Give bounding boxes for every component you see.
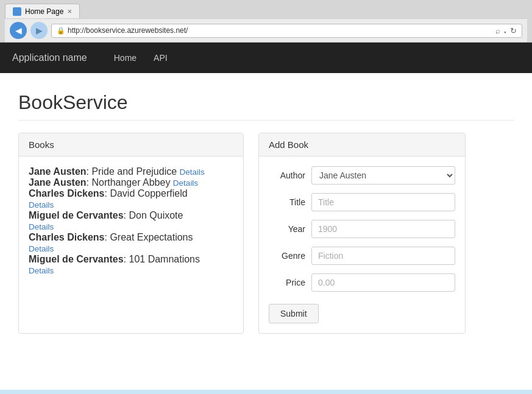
books-panel-body: Jane Austen: Pride and Prejudice Details… bbox=[19, 157, 243, 286]
genre-label: Genre bbox=[269, 251, 305, 261]
browser-chrome: Home Page × ◀ ▶ 🔒 http://bookservice.azu… bbox=[0, 0, 532, 43]
book-title: : 101 Damnations bbox=[124, 254, 200, 264]
nav-links: Home API bbox=[105, 44, 176, 72]
book-details-row: Details bbox=[29, 199, 233, 210]
add-book-panel-body: Author Jane AustenCharles DickensMiguel … bbox=[259, 157, 465, 333]
price-input[interactable] bbox=[311, 273, 455, 292]
book-details-link[interactable]: Details bbox=[29, 200, 54, 209]
browser-toolbar: ◀ ▶ 🔒 http://bookservice.azurewebsites.n… bbox=[5, 18, 527, 42]
book-title: : Great Expectations bbox=[105, 232, 193, 242]
book-title: : David Copperfield bbox=[105, 188, 188, 199]
book-entry: Charles Dickens: Great Expectations bbox=[29, 232, 233, 243]
book-title: : Pride and Prejudice bbox=[87, 166, 180, 177]
year-input[interactable] bbox=[311, 220, 455, 238]
add-book-panel: Add Book Author Jane AustenCharles Dicke… bbox=[258, 133, 466, 334]
book-author: Miguel de Cervantes bbox=[29, 254, 124, 264]
title-input[interactable] bbox=[311, 193, 455, 211]
book-details-link[interactable]: Details bbox=[173, 178, 198, 188]
book-details-link[interactable]: Details bbox=[29, 244, 54, 253]
book-details-link[interactable]: Details bbox=[29, 266, 54, 275]
add-book-panel-header: Add Book bbox=[259, 133, 465, 157]
book-details-row: Details bbox=[29, 221, 233, 232]
url-text: http://bookservice.azurewebsites.net/ bbox=[68, 26, 493, 35]
book-author: Charles Dickens bbox=[29, 232, 105, 242]
genre-row: Genre bbox=[269, 247, 455, 265]
author-label: Author bbox=[269, 171, 305, 180]
address-bar-icon: 🔒 bbox=[57, 27, 65, 35]
book-details-link[interactable]: Details bbox=[180, 167, 205, 177]
book-details-row: Details bbox=[29, 243, 233, 254]
price-label: Price bbox=[269, 278, 305, 287]
tab-close-icon[interactable]: × bbox=[67, 7, 72, 16]
book-author: Charles Dickens bbox=[29, 188, 105, 199]
browser-tab[interactable]: Home Page × bbox=[5, 4, 80, 18]
submit-button[interactable]: Submit bbox=[269, 304, 319, 323]
book-details-link[interactable]: Details bbox=[29, 222, 54, 231]
year-label: Year bbox=[269, 224, 305, 234]
tab-bar: Home Page × bbox=[5, 4, 527, 18]
books-panel: Books Jane Austen: Pride and Prejudice D… bbox=[18, 133, 244, 334]
title-label: Title bbox=[269, 197, 305, 207]
refresh-button[interactable]: ↻ bbox=[510, 26, 517, 35]
title-row: Title bbox=[269, 193, 455, 211]
app-navbar: Application name Home API bbox=[0, 43, 532, 73]
book-title: : Northanger Abbey bbox=[87, 177, 173, 188]
book-entry: Miguel de Cervantes: 101 Damnations bbox=[29, 254, 233, 265]
app-brand: Application name bbox=[12, 52, 87, 63]
back-button[interactable]: ◀ bbox=[10, 22, 27, 39]
nav-link-api[interactable]: API bbox=[145, 44, 176, 72]
search-dropdown-button[interactable]: ⌕ ▾ bbox=[495, 26, 508, 35]
book-entry: Jane Austen: Northanger Abbey Details bbox=[29, 177, 233, 188]
price-row: Price bbox=[269, 273, 455, 292]
nav-link-home[interactable]: Home bbox=[105, 44, 145, 72]
tab-label: Home Page bbox=[25, 7, 63, 16]
book-title: : Don Quixote bbox=[124, 210, 183, 220]
book-entry: Charles Dickens: David Copperfield bbox=[29, 188, 233, 199]
book-author: Jane Austen bbox=[29, 166, 87, 177]
page-content: BookService Books Jane Austen: Pride and… bbox=[0, 73, 532, 390]
forward-button[interactable]: ▶ bbox=[30, 22, 48, 39]
author-select[interactable]: Jane AustenCharles DickensMiguel de Cerv… bbox=[311, 166, 455, 185]
books-panel-header: Books bbox=[19, 133, 243, 157]
book-entry: Jane Austen: Pride and Prejudice Details bbox=[29, 166, 233, 177]
panels-row: Books Jane Austen: Pride and Prejudice D… bbox=[18, 133, 514, 334]
genre-input[interactable] bbox=[311, 247, 455, 265]
address-bar[interactable]: 🔒 http://bookservice.azurewebsites.net/ … bbox=[51, 24, 522, 38]
book-entry: Miguel de Cervantes: Don Quixote bbox=[29, 210, 233, 221]
tab-favicon-icon bbox=[13, 7, 21, 16]
book-author: Jane Austen bbox=[29, 177, 87, 188]
year-row: Year bbox=[269, 220, 455, 238]
author-row: Author Jane AustenCharles DickensMiguel … bbox=[269, 166, 455, 185]
book-details-row: Details bbox=[29, 265, 233, 276]
book-author: Miguel de Cervantes bbox=[29, 210, 124, 220]
page-title: BookService bbox=[18, 91, 514, 121]
